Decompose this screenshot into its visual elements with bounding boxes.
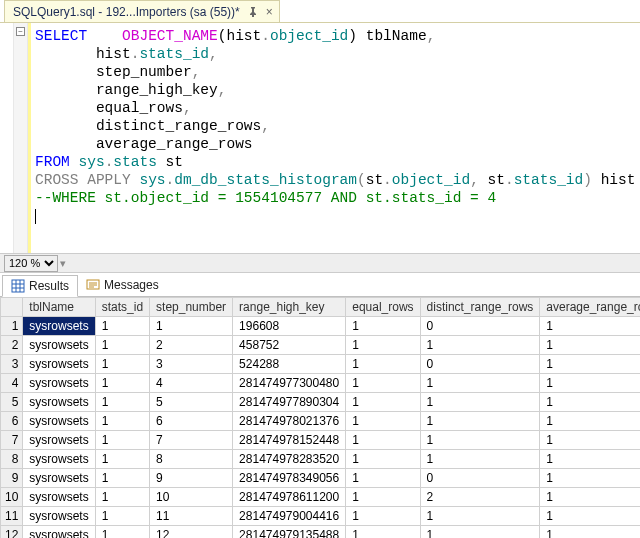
cell[interactable]: 1: [346, 507, 420, 526]
cell[interactable]: 1: [150, 317, 233, 336]
row-number[interactable]: 6: [1, 412, 23, 431]
cell[interactable]: 12: [150, 526, 233, 539]
cell[interactable]: 1: [540, 469, 640, 488]
cell[interactable]: 0: [420, 469, 540, 488]
cell[interactable]: sysrowsets: [23, 431, 95, 450]
cell[interactable]: sysrowsets: [23, 507, 95, 526]
cell[interactable]: 458752: [233, 336, 346, 355]
cell[interactable]: 0: [420, 317, 540, 336]
cell[interactable]: 1: [540, 450, 640, 469]
cell[interactable]: 4: [150, 374, 233, 393]
cell[interactable]: 1: [540, 374, 640, 393]
column-header[interactable]: range_high_key: [233, 298, 346, 317]
row-number[interactable]: 5: [1, 393, 23, 412]
cell[interactable]: 1: [420, 393, 540, 412]
table-row[interactable]: 10sysrowsets110281474978611200121: [1, 488, 641, 507]
cell[interactable]: 1: [420, 526, 540, 539]
cell[interactable]: 3: [150, 355, 233, 374]
cell[interactable]: 1: [95, 488, 149, 507]
cell[interactable]: 1: [95, 507, 149, 526]
cell[interactable]: 1: [346, 336, 420, 355]
cell[interactable]: sysrowsets: [23, 488, 95, 507]
cell[interactable]: 2: [150, 336, 233, 355]
cell[interactable]: 281474979004416: [233, 507, 346, 526]
cell[interactable]: 0: [420, 355, 540, 374]
cell[interactable]: 281474979135488: [233, 526, 346, 539]
table-row[interactable]: 8sysrowsets18281474978283520111: [1, 450, 641, 469]
collapse-toggle-icon[interactable]: −: [16, 27, 25, 36]
cell[interactable]: 1: [540, 412, 640, 431]
cell[interactable]: sysrowsets: [23, 336, 95, 355]
cell[interactable]: 1: [346, 355, 420, 374]
cell[interactable]: 281474978152448: [233, 431, 346, 450]
cell[interactable]: 1: [540, 526, 640, 539]
close-icon[interactable]: ×: [266, 5, 273, 19]
row-number[interactable]: 3: [1, 355, 23, 374]
cell[interactable]: 10: [150, 488, 233, 507]
cell[interactable]: 281474977300480: [233, 374, 346, 393]
cell[interactable]: 1: [540, 393, 640, 412]
table-row[interactable]: 6sysrowsets16281474978021376111: [1, 412, 641, 431]
tab-messages[interactable]: Messages: [78, 274, 167, 296]
column-header[interactable]: stats_id: [95, 298, 149, 317]
cell[interactable]: 281474978283520: [233, 450, 346, 469]
cell[interactable]: 1: [95, 336, 149, 355]
cell[interactable]: sysrowsets: [23, 393, 95, 412]
cell[interactable]: 1: [346, 526, 420, 539]
row-number[interactable]: 2: [1, 336, 23, 355]
document-tab-active[interactable]: SQLQuery1.sql - 192...Importers (sa (55)…: [4, 0, 280, 22]
column-header[interactable]: distinct_range_rows: [420, 298, 540, 317]
cell[interactable]: 1: [95, 374, 149, 393]
cell[interactable]: 281474977890304: [233, 393, 346, 412]
cell[interactable]: sysrowsets: [23, 412, 95, 431]
cell[interactable]: 7: [150, 431, 233, 450]
cell[interactable]: 1: [540, 431, 640, 450]
cell[interactable]: 281474978349056: [233, 469, 346, 488]
row-number[interactable]: 10: [1, 488, 23, 507]
table-row[interactable]: 1sysrowsets11196608101: [1, 317, 641, 336]
cell[interactable]: 1: [540, 336, 640, 355]
table-row[interactable]: 4sysrowsets14281474977300480111: [1, 374, 641, 393]
cell[interactable]: 1: [346, 431, 420, 450]
cell[interactable]: 1: [420, 336, 540, 355]
cell[interactable]: 1: [346, 412, 420, 431]
cell[interactable]: 281474978611200: [233, 488, 346, 507]
cell[interactable]: sysrowsets: [23, 317, 95, 336]
cell[interactable]: 1: [95, 317, 149, 336]
sql-editor[interactable]: SELECT OBJECT_NAME(hist.object_id) tblNa…: [28, 23, 640, 253]
cell[interactable]: 1: [420, 450, 540, 469]
cell[interactable]: 1: [95, 450, 149, 469]
table-row[interactable]: 12sysrowsets112281474979135488111: [1, 526, 641, 539]
cell[interactable]: 1: [95, 393, 149, 412]
column-header[interactable]: tblName: [23, 298, 95, 317]
cell[interactable]: 2: [420, 488, 540, 507]
cell[interactable]: 1: [95, 469, 149, 488]
row-number[interactable]: 7: [1, 431, 23, 450]
cell[interactable]: 1: [540, 317, 640, 336]
column-header[interactable]: equal_rows: [346, 298, 420, 317]
column-header[interactable]: average_range_rows: [540, 298, 640, 317]
cell[interactable]: 1: [420, 431, 540, 450]
table-row[interactable]: 5sysrowsets15281474977890304111: [1, 393, 641, 412]
cell[interactable]: 11: [150, 507, 233, 526]
cell[interactable]: sysrowsets: [23, 355, 95, 374]
zoom-select[interactable]: 120 %: [4, 255, 58, 272]
cell[interactable]: 524288: [233, 355, 346, 374]
tab-results[interactable]: Results: [2, 275, 78, 297]
row-number[interactable]: 8: [1, 450, 23, 469]
cell[interactable]: 1: [95, 412, 149, 431]
cell[interactable]: 1: [420, 374, 540, 393]
cell[interactable]: 1: [346, 488, 420, 507]
cell[interactable]: 1: [95, 431, 149, 450]
cell[interactable]: 1: [420, 507, 540, 526]
row-number[interactable]: 1: [1, 317, 23, 336]
cell[interactable]: 1: [540, 355, 640, 374]
cell[interactable]: 1: [95, 355, 149, 374]
row-number[interactable]: 12: [1, 526, 23, 539]
cell[interactable]: 196608: [233, 317, 346, 336]
cell[interactable]: sysrowsets: [23, 469, 95, 488]
cell[interactable]: sysrowsets: [23, 450, 95, 469]
table-row[interactable]: 7sysrowsets17281474978152448111: [1, 431, 641, 450]
results-grid[interactable]: tblNamestats_idstep_numberrange_high_key…: [0, 297, 640, 538]
cell[interactable]: 1: [346, 317, 420, 336]
